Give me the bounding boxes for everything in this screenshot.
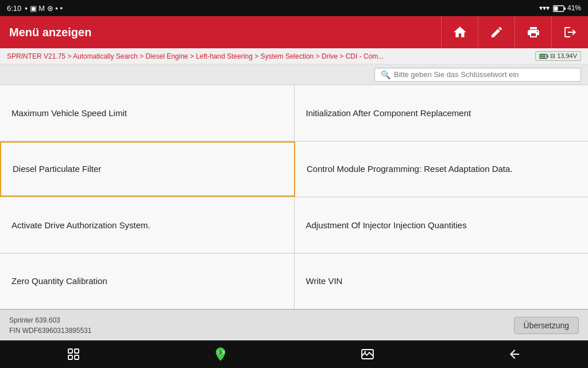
status-bar: 6:10 ▪ ▣ M ⊛ ▪ • ▾▾▾ 41% (0, 0, 588, 16)
battery-status: 41% (553, 4, 581, 12)
wifi-icon: ▾▾▾ (539, 4, 550, 12)
status-time: 6:10 (7, 4, 21, 13)
menu-row: Zero Quantity Calibration Write VIN (0, 254, 588, 310)
svg-rect-7 (75, 349, 79, 353)
toolbar-actions (441, 16, 588, 48)
footer-info: Sprinter 639.603 FIN WDF63960313895531 (9, 315, 91, 336)
vci-button[interactable]: VCI (203, 343, 238, 366)
menu-item-drive-auth[interactable]: Activate Drive Authorization System. (0, 197, 295, 253)
translation-button[interactable]: Übersetzung (514, 317, 579, 334)
back-button[interactable] (497, 343, 532, 366)
recent-apps-button[interactable] (56, 343, 91, 366)
svg-rect-2 (554, 6, 558, 10)
menu-row: Maximum Vehicle Speed Limit Initializati… (0, 85, 588, 141)
menu-table: Maximum Vehicle Speed Limit Initializati… (0, 85, 588, 309)
svg-rect-5 (540, 55, 546, 57)
svg-rect-4 (547, 55, 548, 57)
svg-point-12 (365, 351, 366, 353)
status-bar-right: ▾▾▾ 41% (539, 4, 581, 12)
exit-button[interactable] (551, 16, 588, 48)
menu-item-speed-limit[interactable]: Maximum Vehicle Speed Limit (0, 85, 295, 141)
edit-button[interactable] (478, 16, 514, 48)
breadcrumb-text: SPRINTER V21.75 > Automatically Search >… (7, 52, 531, 60)
search-icon: 🔍 (381, 70, 390, 79)
toolbar: Menü anzeigen (0, 16, 588, 48)
vehicle-model: Sprinter 639.603 (9, 315, 91, 325)
main-content: Maximum Vehicle Speed Limit Initializati… (0, 85, 588, 309)
search-input-wrap[interactable]: 🔍 (374, 68, 581, 82)
svg-rect-6 (68, 349, 72, 353)
gallery-button[interactable] (350, 343, 385, 366)
battery-voltage: ⊟ 13,94V (535, 51, 581, 61)
svg-rect-9 (75, 355, 79, 359)
menu-row: Diesel Particulate Filter Control Module… (0, 141, 588, 198)
menu-item-write-vin[interactable]: Write VIN (295, 254, 589, 309)
bottom-nav: VCI (0, 340, 588, 368)
menu-item-dpf[interactable]: Diesel Particulate Filter (0, 141, 295, 197)
menu-row: Activate Drive Authorization System. Adj… (0, 197, 588, 254)
breadcrumb-bar: SPRINTER V21.75 > Automatically Search >… (0, 48, 588, 64)
svg-rect-8 (68, 355, 72, 359)
menu-item-injector[interactable]: Adjustment Of Injector Injection Quantit… (295, 197, 589, 253)
status-bar-left: 6:10 ▪ ▣ M ⊛ ▪ • (7, 4, 63, 13)
home-button[interactable] (441, 16, 478, 48)
vehicle-fin: FIN WDF63960313895531 (9, 325, 91, 336)
menu-item-control-module[interactable]: Control Module Programming: Reset Adapta… (295, 141, 588, 197)
menu-item-zero-cal[interactable]: Zero Quantity Calibration (0, 254, 295, 309)
svg-text:VCI: VCI (218, 350, 225, 354)
status-icons: ▪ ▣ M ⊛ ▪ • (25, 4, 63, 13)
search-input[interactable] (394, 70, 575, 79)
footer-bar: Sprinter 639.603 FIN WDF63960313895531 Ü… (0, 309, 588, 340)
svg-rect-1 (564, 7, 566, 10)
search-bar: 🔍 (0, 64, 588, 85)
print-button[interactable] (514, 16, 551, 48)
toolbar-title: Menü anzeigen (9, 26, 441, 39)
menu-item-initialization[interactable]: Initialization After Component Replaceme… (295, 85, 589, 141)
